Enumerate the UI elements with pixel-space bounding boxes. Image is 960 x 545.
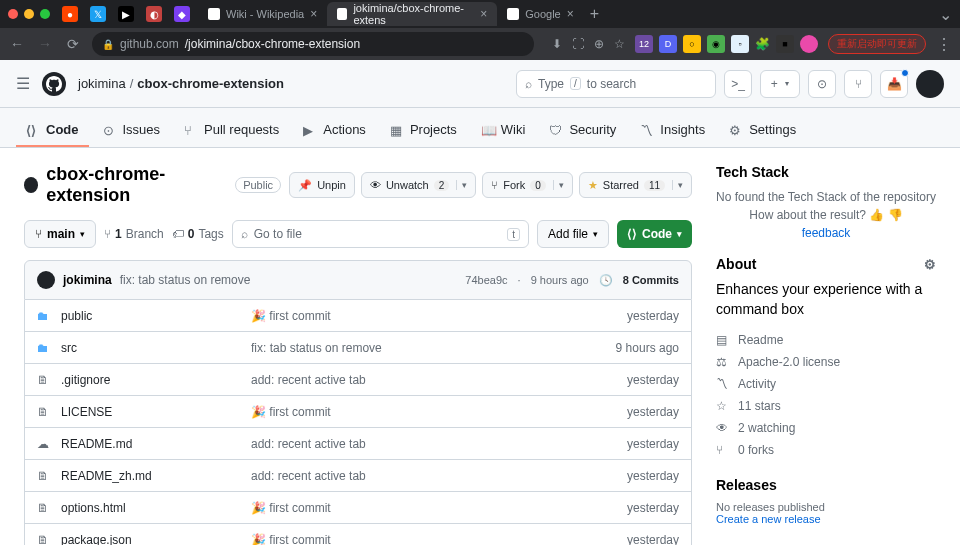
breadcrumb-owner[interactable]: jokimina: [78, 76, 126, 91]
commit-sha[interactable]: 74bea9c: [465, 274, 507, 286]
ext-app3-icon[interactable]: ◆: [174, 6, 190, 22]
branch-count[interactable]: ⑂1Branch: [104, 227, 164, 241]
unwatch-button[interactable]: 👁Unwatch2▾: [361, 172, 476, 198]
tab-security[interactable]: 🛡Security: [539, 114, 626, 147]
file-name[interactable]: README_zh.md: [61, 469, 251, 483]
tag-count[interactable]: 🏷0Tags: [172, 227, 224, 241]
ext-app2-icon[interactable]: ◐: [146, 6, 162, 22]
file-commit-msg[interactable]: 🎉 first commit: [251, 501, 627, 515]
ext-app-icon[interactable]: ▶: [118, 6, 134, 22]
search-input[interactable]: ⌕ Type / to search: [516, 70, 716, 98]
close-tab-icon[interactable]: ×: [310, 7, 317, 21]
commit-author-avatar[interactable]: [37, 271, 55, 289]
ext-icon[interactable]: ▫: [731, 35, 749, 53]
gear-icon[interactable]: ⚙: [924, 257, 936, 272]
bookmark-icon[interactable]: ☆: [614, 37, 625, 51]
ext-icon[interactable]: ◉: [707, 35, 725, 53]
file-commit-msg[interactable]: add: recent active tab: [251, 469, 627, 483]
ext-icon[interactable]: ■: [776, 35, 794, 53]
star-button[interactable]: ★Starred11▾: [579, 172, 692, 198]
file-commit-msg[interactable]: 🎉 first commit: [251, 309, 627, 323]
unpin-button[interactable]: 📌Unpin: [289, 172, 355, 198]
create-new-button[interactable]: + ▾: [760, 70, 800, 98]
commits-link[interactable]: 8 Commits: [623, 274, 679, 286]
translate-icon[interactable]: ⊕: [594, 37, 604, 51]
close-window[interactable]: [8, 9, 18, 19]
user-avatar[interactable]: [916, 70, 944, 98]
browser-tab[interactable]: Google ×: [497, 2, 584, 26]
tab-wiki[interactable]: 📖Wiki: [471, 114, 536, 147]
screen-icon[interactable]: ⛶: [572, 37, 584, 51]
new-tab-button[interactable]: +: [590, 5, 599, 23]
file-name[interactable]: package.json: [61, 533, 251, 546]
commit-message[interactable]: fix: tab status on remove: [120, 273, 251, 287]
ext-icon[interactable]: D: [659, 35, 677, 53]
tabs-dropdown-icon[interactable]: ⌄: [939, 5, 952, 24]
browser-tab-active[interactable]: jokimina/cbox-chrome-extens ×: [327, 2, 497, 26]
code-button[interactable]: ⟨⟩Code▾: [617, 220, 692, 248]
file-commit-msg[interactable]: 🎉 first commit: [251, 533, 627, 546]
chevron-down-icon[interactable]: ▾: [672, 180, 683, 190]
forks-link[interactable]: ⑂0 forks: [716, 439, 936, 461]
minimize-window[interactable]: [24, 9, 34, 19]
breadcrumb-repo[interactable]: cbox-chrome-extension: [137, 76, 284, 91]
hamburger-menu-icon[interactable]: ☰: [16, 74, 30, 93]
tab-issues[interactable]: ⊙Issues: [93, 114, 171, 147]
ext-icon[interactable]: ○: [683, 35, 701, 53]
notifications-button[interactable]: 📥: [880, 70, 908, 98]
address-bar[interactable]: 🔒 github.com/jokimina/cbox-chrome-extens…: [92, 32, 534, 56]
tab-settings[interactable]: ⚙Settings: [719, 114, 806, 147]
file-name[interactable]: public: [61, 309, 251, 323]
commit-author[interactable]: jokimina: [63, 273, 112, 287]
browser-menu-icon[interactable]: ⋮: [936, 35, 952, 54]
feedback-link[interactable]: feedback: [802, 226, 851, 240]
browser-tab[interactable]: Wiki - Wikipedia ×: [198, 2, 327, 26]
chevron-down-icon[interactable]: ▾: [456, 180, 467, 190]
update-browser-button[interactable]: 重新启动即可更新: [828, 34, 926, 54]
file-name[interactable]: .gitignore: [61, 373, 251, 387]
file-name[interactable]: LICENSE: [61, 405, 251, 419]
close-tab-icon[interactable]: ×: [480, 7, 487, 21]
tab-insights[interactable]: 〽Insights: [630, 114, 715, 147]
command-palette-button[interactable]: >_: [724, 70, 752, 98]
extensions-icon[interactable]: 🧩: [755, 37, 770, 51]
activity-link[interactable]: 〽Activity: [716, 373, 936, 395]
maximize-window[interactable]: [40, 9, 50, 19]
close-tab-icon[interactable]: ×: [567, 7, 574, 21]
latest-commit-bar: jokimina fix: tab status on remove 74bea…: [24, 260, 692, 300]
file-name[interactable]: README.md: [61, 437, 251, 451]
branch-selector[interactable]: ⑂main▾: [24, 220, 96, 248]
fork-button[interactable]: ⑂Fork0▾: [482, 172, 573, 198]
license-link[interactable]: ⚖Apache-2.0 license: [716, 351, 936, 373]
chevron-down-icon[interactable]: ▾: [553, 180, 564, 190]
tab-projects[interactable]: ▦Projects: [380, 114, 467, 147]
stars-link[interactable]: ☆11 stars: [716, 395, 936, 417]
issues-button[interactable]: ⊙: [808, 70, 836, 98]
file-name[interactable]: options.html: [61, 501, 251, 515]
reload-button[interactable]: ⟳: [64, 36, 82, 52]
ext-twitter-icon[interactable]: 𝕏: [90, 6, 106, 22]
pull-requests-button[interactable]: ⑂: [844, 70, 872, 98]
readme-link[interactable]: ▤Readme: [716, 329, 936, 351]
github-logo-icon[interactable]: [42, 72, 66, 96]
file-commit-msg[interactable]: 🎉 first commit: [251, 405, 627, 419]
watching-link[interactable]: 👁2 watching: [716, 417, 936, 439]
file-commit-msg[interactable]: fix: tab status on remove: [251, 341, 616, 355]
eye-icon: 👁: [716, 421, 730, 435]
ext-icon[interactable]: 12: [635, 35, 653, 53]
create-release-link[interactable]: Create a new release: [716, 513, 936, 525]
go-to-file-input[interactable]: ⌕Go to filet: [232, 220, 529, 248]
add-file-button[interactable]: Add file▾: [537, 220, 609, 248]
file-name[interactable]: src: [61, 341, 251, 355]
tab-code[interactable]: ⟨⟩Code: [16, 114, 89, 147]
profile-icon[interactable]: [800, 35, 818, 53]
back-button[interactable]: ←: [8, 36, 26, 52]
install-icon[interactable]: ⬇: [552, 37, 562, 51]
ext-reddit-icon[interactable]: ●: [62, 6, 78, 22]
tab-actions[interactable]: ▶Actions: [293, 114, 376, 147]
forward-button[interactable]: →: [36, 36, 54, 52]
tab-pulls[interactable]: ⑂Pull requests: [174, 114, 289, 147]
browser-tabs: Wiki - Wikipedia × jokimina/cbox-chrome-…: [198, 0, 939, 28]
file-commit-msg[interactable]: add: recent active tab: [251, 437, 627, 451]
file-commit-msg[interactable]: add: recent active tab: [251, 373, 627, 387]
